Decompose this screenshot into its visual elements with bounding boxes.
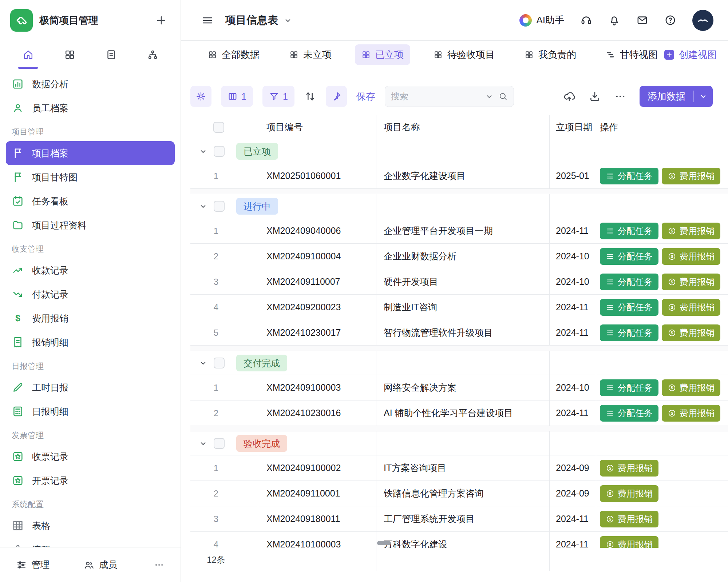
- assign-task-button[interactable]: 分配任务: [600, 168, 658, 184]
- import-button[interactable]: [563, 90, 575, 103]
- filter-button[interactable]: 1: [262, 86, 294, 107]
- expense-report-button[interactable]: $费用报销: [662, 299, 720, 316]
- table-row[interactable]: 4 XM202409200023 制造业IT咨询 2024-11 分配任务$费用…: [190, 295, 728, 320]
- collapse-chevron-icon[interactable]: [198, 202, 208, 211]
- manage-button[interactable]: 管理: [16, 559, 50, 571]
- more-icon[interactable]: [154, 559, 165, 570]
- save-button[interactable]: 保存: [356, 90, 375, 103]
- table-row[interactable]: 3 XM202409180011 工厂管理系统开发项目 2024-11 $费用报…: [190, 506, 728, 532]
- expense-report-button[interactable]: $费用报销: [600, 460, 658, 477]
- sidebar-item[interactable]: 表格: [0, 514, 181, 538]
- sidebar-item[interactable]: 员工档案: [0, 96, 181, 120]
- add-workspace-icon[interactable]: [155, 14, 167, 27]
- view-tab[interactable]: 已立项: [355, 44, 410, 65]
- sidebar-item[interactable]: 收款记录: [0, 258, 181, 282]
- bell-icon[interactable]: [608, 14, 620, 26]
- chevron-down-icon[interactable]: [694, 92, 713, 101]
- settings-button[interactable]: [190, 86, 211, 107]
- table-row[interactable]: 2 XM202409100004 企业业财数据分析 2024-10 分配任务$费…: [190, 244, 728, 269]
- mail-icon[interactable]: [636, 14, 648, 26]
- sidebar-item[interactable]: 任务看板: [0, 189, 181, 213]
- add-data-button[interactable]: 添加数据: [640, 86, 713, 107]
- app-root: 极简项目管理 数据分析 员工档案 项目管理 项目档案 项目甘特图 任务看板 项目…: [0, 0, 728, 582]
- view-tab[interactable]: 全部数据: [201, 44, 266, 65]
- assign-task-button[interactable]: 分配任务: [600, 405, 658, 422]
- table-row[interactable]: 1 XM202409100002 IT方案咨询项目 2024-09 $费用报销: [190, 455, 728, 481]
- page-title[interactable]: 项目信息表: [225, 13, 293, 28]
- sidebar-item[interactable]: 流程: [0, 538, 181, 547]
- sidebar-item[interactable]: 工时日报: [0, 375, 181, 399]
- assign-task-button[interactable]: 分配任务: [600, 379, 658, 396]
- table-row[interactable]: 3 XM202409110007 硬件开发项目 2024-10 分配任务$费用报…: [190, 269, 728, 295]
- headset-icon[interactable]: [580, 14, 592, 26]
- group-checkbox[interactable]: [214, 201, 225, 212]
- table-row[interactable]: 4 XM202410100003 万科数字化建设 2024-11 $费用报销: [190, 532, 728, 548]
- table-row[interactable]: 5 XM202410230017 智行物流管理软件升级项目 2024-11 分配…: [190, 320, 728, 346]
- expense-report-button[interactable]: $费用报销: [600, 511, 658, 527]
- project-name: 万科数字化建设: [376, 532, 549, 548]
- sidebar-item[interactable]: 数据分析: [0, 72, 181, 96]
- collapse-chevron-icon[interactable]: [198, 358, 208, 368]
- view-tab[interactable]: 待验收项目: [427, 44, 501, 65]
- assign-task-button[interactable]: 分配任务: [600, 324, 658, 341]
- create-view-button[interactable]: 创建视图: [664, 48, 717, 61]
- collapse-chevron-icon[interactable]: [198, 439, 208, 448]
- sort-button[interactable]: [304, 90, 316, 103]
- project-code: XM202501060001: [258, 163, 376, 188]
- assign-task-button[interactable]: 分配任务: [600, 248, 658, 265]
- sidebar-item[interactable]: $ 费用报销: [0, 306, 181, 330]
- sidebar-item[interactable]: 项目档案: [6, 141, 175, 165]
- sidebar-item[interactable]: 报销明细: [0, 330, 181, 354]
- horizontal-scrollbar[interactable]: [377, 541, 391, 545]
- view-tab[interactable]: 未立项: [283, 44, 338, 65]
- sidebar-nav-tab-doc[interactable]: [99, 41, 123, 69]
- select-all-checkbox[interactable]: [213, 122, 224, 133]
- field-config-button[interactable]: 1: [221, 86, 253, 107]
- expense-report-button[interactable]: $费用报销: [662, 223, 720, 239]
- table-row[interactable]: 2 XM202409110001 铁路信息化管理方案咨询 2024-09 $费用…: [190, 481, 728, 506]
- table-row[interactable]: 1 XM202409040006 企业管理平台开发项目一期 2024-11 分配…: [190, 218, 728, 244]
- sidebar-item[interactable]: 收票记录: [0, 445, 181, 469]
- expense-report-button[interactable]: $费用报销: [662, 324, 720, 341]
- assign-task-button[interactable]: 分配任务: [600, 223, 658, 239]
- collapse-chevron-icon[interactable]: [198, 147, 208, 156]
- user-avatar[interactable]: [692, 10, 713, 31]
- svg-text:$: $: [671, 280, 673, 284]
- group-checkbox[interactable]: [214, 358, 225, 368]
- sidebar-item[interactable]: 日报明细: [0, 399, 181, 423]
- expense-report-button[interactable]: $费用报销: [662, 168, 720, 184]
- expense-report-button[interactable]: $费用报销: [662, 405, 720, 422]
- expense-report-button[interactable]: $费用报销: [600, 485, 658, 502]
- assign-task-button[interactable]: 分配任务: [600, 274, 658, 290]
- sidebar-item[interactable]: 付款记录: [0, 282, 181, 306]
- chevron-down-icon[interactable]: [484, 92, 494, 101]
- expense-report-button[interactable]: $费用报销: [662, 274, 720, 290]
- pin-button[interactable]: [326, 86, 347, 107]
- assign-task-button[interactable]: 分配任务: [600, 299, 658, 316]
- view-tab[interactable]: 甘特视图: [600, 44, 664, 65]
- group-checkbox[interactable]: [214, 146, 225, 157]
- ai-assistant-button[interactable]: AI助手: [519, 14, 564, 27]
- more-button[interactable]: [614, 90, 626, 103]
- table-row[interactable]: 1 XM202409100003 网络安全解决方案 2024-10 分配任务$费…: [190, 375, 728, 400]
- expense-report-button[interactable]: $费用报销: [600, 536, 658, 548]
- sidebar-item[interactable]: 项目甘特图: [0, 165, 181, 189]
- help-icon[interactable]: [664, 14, 676, 26]
- sidebar-nav-tab-flow[interactable]: [141, 41, 165, 69]
- group-checkbox[interactable]: [214, 438, 225, 449]
- table-row[interactable]: 1 XM202501060001 企业数字化建设项目 2025-01 分配任务$…: [190, 163, 728, 189]
- people-icon: [84, 559, 95, 570]
- view-tab[interactable]: 我负责的: [518, 44, 583, 65]
- sidebar-item[interactable]: 项目过程资料: [0, 213, 181, 237]
- sidebar-nav-tab-home[interactable]: [16, 41, 40, 69]
- sidebar-item[interactable]: 开票记录: [0, 469, 181, 493]
- hamburger-icon[interactable]: [201, 14, 214, 27]
- expense-report-button[interactable]: $费用报销: [662, 379, 720, 396]
- search-icon[interactable]: [498, 92, 508, 101]
- expense-report-button[interactable]: $费用报销: [662, 248, 720, 265]
- members-button[interactable]: 成员: [84, 559, 117, 571]
- export-button[interactable]: [589, 90, 601, 103]
- sidebar-nav-tab-grid[interactable]: [58, 41, 82, 69]
- search-input[interactable]: [391, 91, 480, 101]
- table-row[interactable]: 2 XM202410230016 AI 辅助个性化学习平台建设项目 2024-1…: [190, 400, 728, 426]
